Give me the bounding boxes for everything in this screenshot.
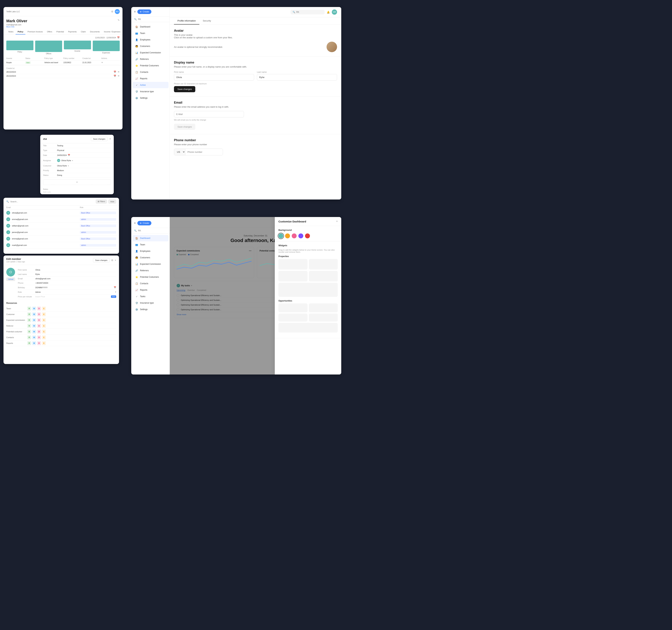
- calendar-action-icon-2[interactable]: 📅: [114, 75, 116, 77]
- perm-write[interactable]: W: [32, 324, 36, 328]
- task-checkbox[interactable]: [176, 308, 179, 311]
- tab-notes[interactable]: Notes: [6, 29, 16, 34]
- perm-edit[interactable]: E: [42, 330, 46, 334]
- country-select[interactable]: US: [174, 149, 185, 155]
- sidebar-search-input[interactable]: [138, 18, 164, 21]
- hamburger-icon[interactable]: ≡: [134, 10, 136, 13]
- perm-edit[interactable]: E: [42, 318, 46, 322]
- tab-payments[interactable]: Payments: [66, 29, 79, 34]
- perm-write[interactable]: W: [32, 318, 36, 322]
- edit-settings-icon[interactable]: ⚙: [111, 259, 113, 262]
- eye-action-icon[interactable]: 👁: [118, 71, 120, 73]
- dash-sidebar-commission[interactable]: 📊 Expected Commission: [132, 261, 169, 267]
- sidebar-item-employees[interactable]: 👤 Employees: [132, 37, 169, 43]
- tab-profile-info[interactable]: Profile information: [174, 17, 199, 24]
- sidebar-item-dashboard[interactable]: 🏠 Dashboard: [132, 24, 169, 30]
- edit-save-button[interactable]: Save changes: [93, 258, 110, 262]
- perm-write[interactable]: W: [32, 312, 36, 316]
- widget-placeholder-4[interactable]: [309, 271, 338, 282]
- opp-placeholder-2[interactable]: [309, 304, 338, 312]
- list-item[interactable]: W william@gmail.com Back Office: [3, 223, 119, 229]
- customize-close-button[interactable]: ×: [336, 220, 338, 223]
- list-item[interactable]: E emma@gmail.com Back Office: [3, 236, 119, 242]
- settings-icon[interactable]: ⚙: [111, 10, 113, 13]
- email-input[interactable]: [174, 111, 244, 117]
- tab-completed[interactable]: Completed: [197, 289, 206, 291]
- dash-sidebar-contacts[interactable]: 📋 Contacts: [132, 280, 169, 287]
- perm-read[interactable]: R: [27, 341, 31, 345]
- dash-sidebar-team[interactable]: 👥 Team: [132, 242, 169, 248]
- perm-read[interactable]: R: [27, 336, 31, 339]
- add-button[interactable]: +: [43, 179, 111, 185]
- perm-delete[interactable]: D: [37, 318, 41, 322]
- opp-placeholder-4[interactable]: [309, 314, 338, 321]
- task-checkbox[interactable]: [176, 299, 179, 301]
- more-icon-commissions[interactable]: •••: [249, 249, 251, 252]
- color-pink[interactable]: [292, 234, 297, 238]
- perm-read[interactable]: R: [27, 312, 31, 316]
- dash-sidebar-costumers[interactable]: 🧑 Costumers: [132, 255, 169, 261]
- opp-placeholder-3[interactable]: [279, 314, 308, 321]
- user-avatar[interactable]: MO: [115, 9, 120, 14]
- perm-write[interactable]: W: [32, 336, 36, 339]
- perm-read[interactable]: R: [27, 324, 31, 328]
- opp-placeholder-1[interactable]: [279, 304, 308, 312]
- dash-sidebar-potential[interactable]: ⭐ Potential Costumers: [132, 274, 169, 280]
- phone-number-input[interactable]: [185, 149, 223, 155]
- color-yellow[interactable]: [285, 234, 290, 238]
- filters-button[interactable]: ⊞ Filters: [96, 199, 107, 203]
- perm-edit[interactable]: E: [42, 324, 46, 328]
- create-button[interactable]: ⊕ Create: [137, 9, 151, 14]
- dash-create-button[interactable]: ⊕ Create: [137, 221, 151, 225]
- view-icon[interactable]: 👁: [101, 62, 103, 64]
- task-save-button[interactable]: Save changes: [91, 137, 107, 141]
- hide-button[interactable]: Hide: [108, 199, 116, 203]
- widget-placeholder-1[interactable]: [279, 259, 308, 269]
- last-name-input[interactable]: [257, 74, 337, 80]
- perm-edit[interactable]: E: [42, 341, 46, 345]
- tab-policy[interactable]: Policy: [16, 29, 25, 34]
- dash-sidebar-reports[interactable]: 📈 Reports: [132, 287, 169, 293]
- profile-user-avatar[interactable]: OR: [332, 9, 337, 15]
- task-close-button[interactable]: ×: [110, 137, 111, 141]
- search-input[interactable]: [10, 200, 34, 203]
- calendar-action-icon[interactable]: 📅: [114, 71, 116, 73]
- tab-claim[interactable]: Claim: [79, 29, 88, 34]
- tab-potential[interactable]: Potential: [54, 29, 66, 34]
- tab-upcoming[interactable]: Upcoming: [176, 289, 185, 291]
- list-item[interactable]: N noah@gmail.com admin: [3, 242, 119, 248]
- color-purple[interactable]: [298, 234, 303, 238]
- perm-edit[interactable]: E: [42, 336, 46, 339]
- perm-read[interactable]: R: [27, 318, 31, 322]
- display-name-save-button[interactable]: Save changes: [174, 86, 195, 92]
- perm-edit[interactable]: E: [42, 307, 46, 311]
- sidebar-item-contacts[interactable]: 📋 Contacts: [132, 69, 169, 75]
- calendar-date-icon[interactable]: 📅: [68, 154, 70, 156]
- widget-placeholder-3[interactable]: [279, 271, 308, 282]
- first-name-input[interactable]: [174, 74, 254, 80]
- list-item[interactable]: O olivia@gmail.com Back Office: [3, 210, 119, 216]
- task-checkbox[interactable]: [176, 304, 179, 306]
- role-chevron-icon[interactable]: ▾: [115, 291, 116, 293]
- perm-delete[interactable]: D: [37, 341, 41, 345]
- sidebar-item-costumers[interactable]: 🧑 Costumers: [132, 43, 169, 49]
- dash-hamburger-icon[interactable]: ≡: [134, 222, 136, 225]
- notes-input[interactable]: Add note: [43, 191, 111, 193]
- tab-overdue[interactable]: Overdue: [187, 289, 195, 291]
- tab-documents[interactable]: Documents: [88, 29, 102, 34]
- tab-security[interactable]: Security: [199, 17, 215, 24]
- perm-delete[interactable]: D: [37, 324, 41, 328]
- sidebar-item-potential[interactable]: ⭐ Potential Costumers: [132, 63, 169, 69]
- email-save-button[interactable]: Save changes: [174, 124, 195, 130]
- task-checkbox[interactable]: [176, 294, 179, 297]
- widget-placeholder-5[interactable]: [279, 283, 338, 297]
- widget-placeholder-2[interactable]: [309, 259, 338, 269]
- opp-placeholder-5[interactable]: [279, 323, 338, 333]
- dash-sidebar-employees[interactable]: 👤 Employees: [132, 248, 169, 254]
- dash-sidebar-dashboard[interactable]: 🏠 Dashboard: [132, 235, 169, 241]
- more-info-link[interactable]: More Info: [6, 26, 27, 28]
- perm-write[interactable]: W: [32, 307, 36, 311]
- list-item[interactable]: J james@gmail.com admin: [3, 229, 119, 236]
- perm-delete[interactable]: D: [37, 312, 41, 316]
- upload-button[interactable]: Upload: [6, 277, 15, 281]
